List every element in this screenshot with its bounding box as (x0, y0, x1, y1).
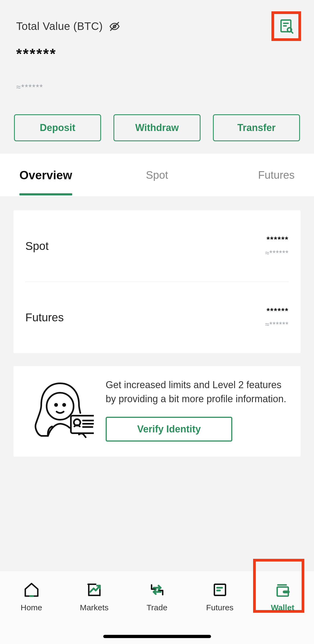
total-value-label: Total Value (BTC) (16, 20, 103, 32)
nav-markets[interactable]: Markets (69, 581, 120, 612)
verify-identity-text: Get increased limits and Level 2 feature… (106, 378, 288, 406)
kyc-illustration-icon (26, 381, 94, 440)
svg-point-9 (63, 404, 65, 406)
withdraw-button[interactable]: Withdraw (113, 114, 201, 141)
tab-spot[interactable]: Spot (146, 169, 168, 181)
nav-label: Futures (206, 603, 234, 612)
wallet-icon (274, 581, 291, 599)
verify-identity-card: Get increased limits and Level 2 feature… (13, 366, 301, 457)
balance-label: Spot (25, 240, 49, 253)
bottom-navigation: Home Markets (0, 571, 314, 644)
trade-icon (149, 581, 165, 599)
balance-label: Futures (25, 311, 64, 324)
eye-off-icon[interactable] (109, 21, 120, 32)
home-indicator (103, 635, 211, 638)
balance-amount: ****** (265, 235, 289, 244)
total-value-approx: ≈****** (16, 82, 298, 92)
wallet-tabs: Overview Spot Futures (0, 154, 314, 197)
nav-label: Trade (147, 603, 167, 612)
transfer-button[interactable]: Transfer (213, 114, 300, 141)
tab-overview[interactable]: Overview (19, 168, 72, 182)
svg-point-7 (47, 393, 74, 420)
balance-row-spot[interactable]: Spot ****** ≈****** (25, 210, 289, 282)
wallet-actions-row: Deposit Withdraw Transfer (0, 102, 314, 154)
home-icon (23, 581, 40, 599)
nav-label: Wallet (271, 603, 294, 612)
nav-futures[interactable]: Futures (194, 581, 246, 612)
document-search-icon (278, 18, 294, 35)
svg-line-6 (291, 31, 293, 33)
balance-approx: ≈****** (265, 320, 289, 329)
nav-trade[interactable]: Trade (132, 581, 183, 612)
svg-point-8 (55, 404, 57, 406)
markets-icon (86, 581, 103, 599)
nav-wallet[interactable]: Wallet (257, 581, 308, 612)
futures-icon (212, 581, 228, 599)
deposit-button[interactable]: Deposit (14, 114, 101, 141)
balance-values: ****** ≈****** (265, 235, 289, 257)
balance-row-futures[interactable]: Futures ****** ≈****** (25, 282, 289, 353)
wallet-header: Total Value (BTC) ****** ≈****** (0, 0, 314, 102)
balance-values: ****** ≈****** (265, 306, 289, 329)
total-value-amount: ****** (16, 45, 298, 62)
verify-identity-button[interactable]: Verify Identity (106, 417, 232, 442)
nav-label: Markets (80, 603, 109, 612)
balance-approx: ≈****** (265, 249, 289, 257)
nav-label: Home (20, 603, 42, 612)
balances-card: Spot ****** ≈****** Futures ****** ≈****… (13, 210, 301, 353)
transaction-history-button[interactable] (271, 11, 301, 41)
nav-home[interactable]: Home (6, 581, 57, 612)
tab-futures[interactable]: Futures (258, 169, 295, 181)
balance-amount: ****** (265, 306, 289, 315)
